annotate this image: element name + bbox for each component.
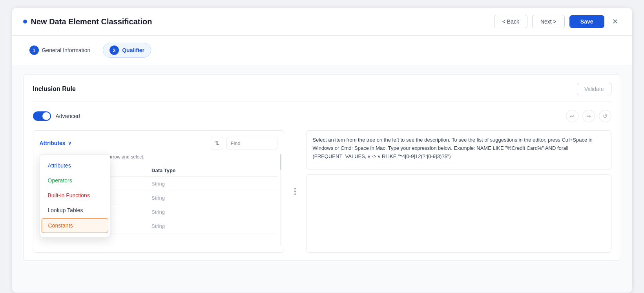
header-actions: < Back Next > Save ✕	[494, 15, 621, 28]
main-container: New Data Element Classification < Back N…	[12, 8, 632, 293]
close-button[interactable]: ✕	[609, 16, 621, 27]
step-1-number: 1	[29, 45, 39, 55]
find-input[interactable]	[231, 140, 277, 146]
dot-3	[294, 193, 296, 195]
datatype-column-header: Data Type	[148, 164, 277, 177]
step-2-label: Qualifier	[122, 47, 144, 53]
center-divider	[290, 130, 300, 253]
step-2[interactable]: 2 Qualifier	[103, 43, 151, 58]
undo-button[interactable]: ↩	[566, 110, 578, 122]
title-text: New Data Element Classification	[31, 17, 152, 26]
attributes-header-right: ⇅ ✕	[211, 137, 277, 149]
find-container: ✕	[226, 137, 277, 149]
step-2-number: 2	[109, 45, 119, 55]
advanced-row: Advanced ↩ ↪ ↺	[33, 110, 611, 122]
undo-icon: ↩	[570, 113, 575, 119]
attributes-dropdown: AttributesOperatorsBuilt-in FunctionsLoo…	[40, 154, 110, 237]
content-area: Inclusion Rule Validate Advanced ↩	[12, 65, 632, 293]
title-dot	[23, 20, 27, 24]
right-panel: Select an item from the tree on the left…	[306, 130, 611, 253]
dot-1	[294, 188, 296, 189]
next-button[interactable]: Next >	[532, 15, 565, 28]
dropdown-item-attributes[interactable]: Attributes	[42, 158, 108, 173]
steps-bar: 1 General Information 2 Qualifier	[12, 36, 632, 65]
dot-2	[294, 191, 296, 192]
dropdown-item-builtin[interactable]: Built-in Functions	[42, 188, 108, 202]
expression-editor[interactable]	[306, 174, 611, 253]
header: New Data Element Classification < Back N…	[12, 8, 632, 36]
step-1-label: General Information	[42, 47, 91, 53]
row-type: String	[148, 205, 277, 219]
back-button[interactable]: < Back	[494, 15, 527, 28]
validate-button[interactable]: Validate	[577, 83, 611, 95]
advanced-left: Advanced	[33, 111, 80, 121]
section-title: Inclusion Rule	[33, 86, 76, 93]
drag-handle[interactable]	[294, 188, 296, 195]
row-type: String	[148, 191, 277, 205]
description-text: Select an item from the tree on the left…	[313, 137, 593, 159]
dropdown-item-constants[interactable]: Constants	[42, 218, 108, 233]
step-1[interactable]: 1 General Information	[23, 43, 97, 57]
advanced-label: Advanced	[56, 113, 80, 119]
description-box: Select an item from the tree on the left…	[306, 130, 611, 169]
row-type: String	[148, 219, 277, 233]
action-icons: ↩ ↪ ↺	[566, 110, 611, 122]
row-type: String	[148, 177, 277, 191]
redo-icon: ↪	[586, 113, 591, 119]
reset-button[interactable]: ↺	[599, 110, 611, 122]
dropdown-item-operators[interactable]: Operators	[42, 173, 108, 187]
attributes-title-btn[interactable]: Attributes ∨	[40, 140, 71, 146]
section-card: Inclusion Rule Validate Advanced ↩	[23, 75, 621, 261]
chevron-down-icon: ∨	[68, 140, 71, 146]
advanced-toggle[interactable]	[33, 111, 51, 121]
redo-button[interactable]: ↪	[582, 110, 595, 122]
sort-icon: ⇅	[215, 140, 219, 146]
page-title: New Data Element Classification	[23, 17, 152, 26]
attributes-header: Attributes ∨ ⇅ ✕	[40, 137, 277, 149]
editor-layout: Attributes ∨ ⇅ ✕	[33, 130, 611, 253]
divider	[33, 102, 611, 102]
scrollbar-track	[280, 154, 281, 246]
save-button[interactable]: Save	[569, 15, 604, 28]
sort-button[interactable]: ⇅	[211, 137, 223, 149]
attributes-label: Attributes	[40, 140, 66, 146]
dropdown-item-lookup[interactable]: Lookup Tables	[42, 203, 108, 217]
scrollbar-thumb[interactable]	[280, 154, 281, 170]
attributes-panel: Attributes ∨ ⇅ ✕	[33, 130, 284, 253]
reset-icon: ↺	[603, 113, 608, 119]
toggle-knob	[42, 112, 50, 120]
section-header: Inclusion Rule Validate	[33, 83, 611, 95]
